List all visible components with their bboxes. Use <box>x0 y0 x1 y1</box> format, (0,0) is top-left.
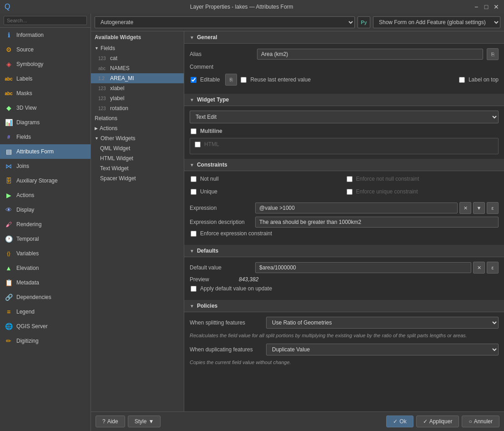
expression-dropdown-button[interactable]: ▼ <box>473 202 485 214</box>
appliquer-button[interactable]: ✓ Appliquer <box>416 416 459 427</box>
tree-item-cat[interactable]: 123 cat <box>91 53 184 63</box>
sidebar-item-temporal[interactable]: 🕐 Temporal <box>0 232 91 246</box>
xlabel-prefix: 123 <box>98 86 108 91</box>
cat-prefix: 123 <box>98 56 108 61</box>
actions-collapse-arrow: ▶ <box>95 126 98 131</box>
tree-item-names[interactable]: abc NAMES <box>91 63 184 73</box>
attributesform-icon: ▤ <box>5 147 13 156</box>
html-checkbox[interactable] <box>195 142 201 147</box>
sidebar-item-qgisserver[interactable]: 🌐 QGIS Server <box>0 319 91 334</box>
tree-section-fields[interactable]: ▼ Fields <box>91 43 184 53</box>
aide-button[interactable]: ? Aide <box>96 416 125 427</box>
applyonupdate-checkbox[interactable] <box>191 286 197 292</box>
sidebar-item-symbology[interactable]: ◈ Symbology <box>0 57 91 71</box>
tree-item-area-mi[interactable]: 1.2 AREA_MI <box>91 73 184 83</box>
defaults-section-label: Defaults <box>197 248 218 254</box>
preview-value: 843,382 <box>239 276 258 283</box>
enforceexpr-checkbox[interactable] <box>191 231 197 237</box>
sidebar-item-digitizing[interactable]: ✏ Digitizing <box>0 334 91 348</box>
sidebar-item-joins[interactable]: ⋈ Joins <box>0 159 91 173</box>
style-button[interactable]: Style ▼ <box>128 416 161 427</box>
expression-clear-button[interactable]: ✕ <box>459 202 471 214</box>
editable-row: Editable ⎘ Reuse last entered value Labe… <box>190 74 499 86</box>
splitting-select[interactable]: Use Ratio of Geometries <box>266 317 499 329</box>
middle-area: Available Widgets ▼ Fields 123 cat abc N… <box>91 31 504 411</box>
editable-checkbox[interactable] <box>191 77 197 83</box>
enforceunique-checkbox[interactable] <box>347 189 353 195</box>
sidebar-item-3dview[interactable]: ◆ 3D View <box>0 101 91 115</box>
close-button[interactable]: ✕ <box>493 4 499 10</box>
sidebar-item-actions[interactable]: ▶ Actions <box>0 188 91 203</box>
sidebar-item-label: Elevation <box>16 265 39 271</box>
expression-desc-input[interactable] <box>255 217 499 228</box>
notnull-checkbox[interactable] <box>191 176 197 182</box>
defaultvalue-edit-button[interactable]: ε <box>487 262 499 274</box>
digitizing-icon: ✏ <box>5 337 13 345</box>
tree-item-spacerwidget[interactable]: Spacer Widget <box>91 173 184 183</box>
show-form-select[interactable]: Show Form on Add Feature (global setting… <box>373 16 500 28</box>
sidebar-item-masks[interactable]: abc Masks <box>0 86 91 101</box>
sidebar-item-attributesform[interactable]: ▤ Attributes Form <box>0 144 91 159</box>
sidebar-item-label: Variables <box>16 250 39 257</box>
python-button[interactable]: Py <box>358 16 370 28</box>
tree-item-rotation[interactable]: 123 rotation <box>91 103 184 113</box>
defaults-section-header[interactable]: ▼ Defaults <box>184 245 504 257</box>
bottom-bar: ? Aide Style ▼ ✓ Ok ✓ Appliquer ○ <box>91 411 504 431</box>
spacerwidget-label: Spacer Widget <box>100 175 136 182</box>
annuler-button[interactable]: ○ Annuler <box>462 416 499 427</box>
ok-button[interactable]: ✓ Ok <box>386 416 413 427</box>
multiline-checkbox[interactable] <box>191 128 197 134</box>
general-section-header[interactable]: ▼ General <box>184 31 504 44</box>
labelontop-checkbox[interactable] <box>459 77 465 83</box>
policies-section-header[interactable]: ▼ Policies <box>184 300 504 312</box>
comment-row: Comment <box>190 64 499 70</box>
defaultvalue-clear-button[interactable]: ✕ <box>473 262 485 274</box>
maximize-button[interactable]: □ <box>483 4 489 10</box>
htmlwidget-label: HTML Widget <box>100 155 133 162</box>
sidebar-item-label: Auxiliary Storage <box>16 177 58 184</box>
sidebar-item-auxiliarystorage[interactable]: 🗄 Auxiliary Storage <box>0 173 91 188</box>
unique-checkbox[interactable] <box>191 189 197 195</box>
autogenerate-select[interactable]: Autogenerate <box>95 16 355 28</box>
sidebar-item-variables[interactable]: {} Variables <box>0 246 91 261</box>
sidebar-item-label: Diagrams <box>16 119 40 126</box>
widgettype-section-header[interactable]: ▼ Widget Type <box>184 94 504 106</box>
sidebar-item-label: Rendering <box>16 221 41 228</box>
rotation-label: rotation <box>110 105 128 112</box>
tree-item-htmlwidget[interactable]: HTML Widget <box>91 153 184 163</box>
tree-item-ylabel[interactable]: 123 ylabel <box>91 93 184 103</box>
alias-copy-button[interactable]: ⎘ <box>487 48 499 60</box>
tree-section-otherwidgets[interactable]: ▼ Other Widgets <box>91 133 184 143</box>
search-input[interactable] <box>4 16 87 25</box>
duplicating-select[interactable]: Duplicate Value <box>266 344 499 355</box>
tree-item-xlabel[interactable]: 123 xlabel <box>91 83 184 93</box>
enforcenotnull-checkbox[interactable] <box>347 176 353 182</box>
sidebar-item-dependencies[interactable]: 🔗 Dependencies <box>0 290 91 304</box>
sidebar-item-display[interactable]: 👁 Display <box>0 203 91 217</box>
sidebar-item-labels[interactable]: abc Labels <box>0 71 91 86</box>
sidebar-item-source[interactable]: ⚙ Source <box>0 42 91 57</box>
tree-item-qmlwidget[interactable]: QML Widget <box>91 143 184 153</box>
sidebar-item-information[interactable]: ℹ Information <box>0 28 91 42</box>
constraints-section-header[interactable]: ▼ Constraints <box>184 159 504 171</box>
tree-section-actions[interactable]: ▶ Actions <box>91 123 184 133</box>
expression-edit-button[interactable]: ε <box>487 202 499 214</box>
sidebar-item-elevation[interactable]: ▲ Elevation <box>0 261 91 275</box>
sidebar-item-label: Fields <box>16 134 31 140</box>
minimize-button[interactable]: − <box>473 4 479 10</box>
tree-item-textwidget[interactable]: Text Widget <box>91 163 184 173</box>
expression-input[interactable] <box>255 203 458 213</box>
sidebar-item-fields[interactable]: # Fields <box>0 130 91 144</box>
reuselast-checkbox[interactable] <box>241 77 247 83</box>
tree-section-relations[interactable]: Relations <box>91 113 184 123</box>
sidebar-item-legend[interactable]: ≡ Legend <box>0 304 91 319</box>
expression-label: Expression <box>190 205 253 211</box>
widget-type-select[interactable]: Text Edit <box>190 111 499 123</box>
defaultvalue-input[interactable] <box>255 262 471 273</box>
alias-input[interactable] <box>257 49 483 60</box>
sidebar-item-rendering[interactable]: 🖌 Rendering <box>0 217 91 232</box>
editable-copy-button[interactable]: ⎘ <box>225 74 237 86</box>
names-label: NAMES <box>110 65 130 71</box>
sidebar-item-metadata[interactable]: 📋 Metadata <box>0 275 91 290</box>
sidebar-item-diagrams[interactable]: 📊 Diagrams <box>0 115 91 130</box>
